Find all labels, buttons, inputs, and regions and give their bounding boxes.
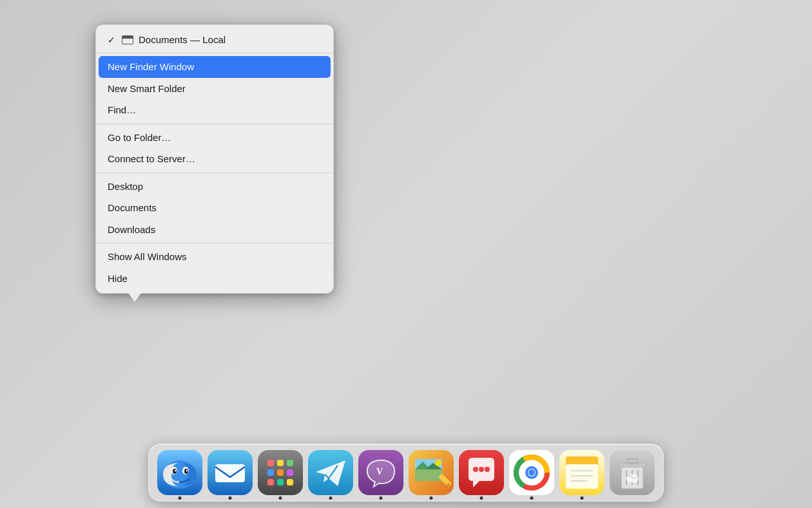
menu-item-show-all-windows[interactable]: Show All Windows [96,246,333,268]
svg-rect-11 [267,460,274,466]
svg-point-34 [479,467,484,472]
svg-point-4 [175,470,176,472]
menu-item-downloads[interactable]: Downloads [96,219,333,241]
svg-rect-13 [287,460,293,466]
menu-header: ✓ Documents — Local [96,29,333,50]
finder-dot [179,496,182,500]
svg-rect-28 [415,469,442,481]
menu-header-label: Documents — Local [139,34,226,45]
svg-rect-16 [287,469,293,476]
separator-1 [96,53,333,53]
menu-item-new-finder-window[interactable]: New Finder Window [99,56,331,78]
checkmark-icon: ✓ [108,35,115,45]
svg-point-29 [435,460,441,466]
svg-rect-46 [566,464,598,489]
separator-2 [96,124,333,124]
viber-dot [380,496,383,500]
svg-rect-19 [287,479,293,485]
svg-point-6 [184,469,188,474]
notes-icon [559,450,604,495]
svg-point-43 [528,469,535,476]
svg-point-3 [173,469,177,474]
trash-icon [610,450,655,495]
chrome-icon [509,450,554,495]
separator-3 [96,173,333,173]
dock-icon-speeko[interactable] [458,449,505,496]
dock-icon-telegram[interactable] [307,449,354,496]
svg-rect-12 [277,460,284,466]
svg-rect-15 [277,469,284,476]
dock-icon-finder[interactable] [157,449,203,496]
menu-item-desktop[interactable]: Desktop [96,176,333,198]
menu-item-documents[interactable]: Documents [96,197,333,219]
svg-rect-14 [267,469,274,476]
notes-dot [581,496,584,500]
svg-rect-9 [215,464,245,482]
svg-point-35 [485,467,490,472]
svg-rect-17 [267,479,274,485]
viber-icon: V [358,450,403,495]
menu-item-new-smart-folder[interactable]: New Smart Folder [96,78,333,100]
dock-icon-chrome[interactable] [508,449,555,496]
dock-icon-trash[interactable] [609,449,655,496]
window-icon [122,35,133,44]
svg-point-33 [473,467,478,472]
finder-icon [157,450,202,495]
menu-item-hide[interactable]: Hide [96,268,333,290]
separator-4 [96,243,333,243]
svg-rect-18 [277,479,284,485]
telegram-icon [308,450,353,495]
chrome-dot [530,496,534,500]
dock-icon-mail[interactable] [207,449,253,496]
context-menu: ✓ Documents — Local New Finder Window Ne… [95,24,334,294]
speeko-dot [480,496,483,500]
dock-icon-viber[interactable]: V [358,449,404,496]
photo-slideshow-icon [409,450,454,495]
svg-text:V: V [376,467,383,476]
launchpad-dot [279,496,282,500]
dock-icon-photo-slideshow[interactable] [408,449,454,496]
desktop: ✓ Documents — Local New Finder Window Ne… [0,0,812,508]
svg-point-7 [186,470,188,472]
speeko-icon [459,450,504,495]
photo-slideshow-dot [430,496,433,500]
launchpad-icon [258,450,303,495]
mail-icon [208,450,253,495]
menu-item-go-to-folder[interactable]: Go to Folder… [96,127,333,149]
dock-icon-launchpad[interactable] [257,449,304,496]
mail-dot [229,496,232,500]
dock-icon-notes[interactable] [559,449,605,496]
menu-item-find[interactable]: Find… [96,99,333,121]
menu-item-connect-to-server[interactable]: Connect to Server… [96,148,333,170]
dock: V [148,444,664,502]
telegram-dot [329,496,333,500]
